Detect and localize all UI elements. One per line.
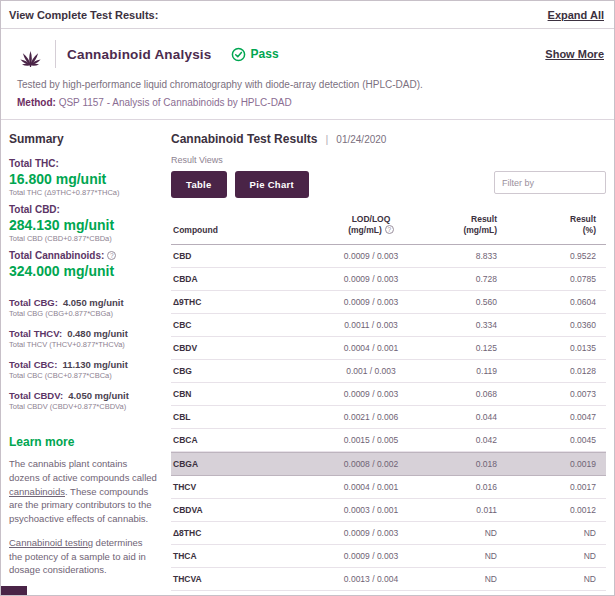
info-icon[interactable]: ? bbox=[385, 225, 394, 234]
cell-compound: CBL bbox=[171, 412, 316, 422]
table-row[interactable]: CBCA 0.0015 / 0.005 0.042 0.0045 bbox=[171, 429, 606, 452]
cell-result-mg: 0.042 bbox=[426, 435, 521, 445]
summary-total: Total THC: ? 16.800 mg/unit Total THC (Δ… bbox=[9, 158, 157, 197]
section-title: Cannabinoid Analysis bbox=[67, 47, 212, 62]
cell-result-pct: 0.0073 bbox=[521, 389, 606, 399]
table-row[interactable]: CBL 0.0021 / 0.006 0.044 0.0047 bbox=[171, 406, 606, 429]
minor-value: 4.050 mg/unit bbox=[63, 297, 124, 308]
cell-result-mg: ND bbox=[426, 528, 521, 538]
top-bar: View Complete Test Results: Expand All bbox=[1, 1, 614, 29]
cell-result-pct: 0.0019 bbox=[521, 459, 606, 469]
column-header-compound: Compound bbox=[171, 225, 316, 236]
test-description: Tested by high-performance liquid chroma… bbox=[1, 68, 614, 90]
table-row[interactable]: THCA 0.0009 / 0.003 ND ND bbox=[171, 545, 606, 568]
status-badge: Pass bbox=[231, 47, 279, 62]
info-icon[interactable]: ? bbox=[107, 251, 116, 260]
summary-minor-total: Total THCV:0.480 mg/unit Total THCV (THC… bbox=[9, 328, 157, 349]
minor-label: Total CBC: bbox=[9, 359, 57, 370]
cell-result-pct: 0.0045 bbox=[521, 435, 606, 445]
cell-result-mg: 0.125 bbox=[426, 343, 521, 353]
cell-result-pct: 0.0135 bbox=[521, 343, 606, 353]
results-panel: Cannabinoid Test Results | 01/24/2020 Re… bbox=[171, 130, 606, 596]
cell-lodloq: 0.0004 / 0.001 bbox=[316, 343, 426, 353]
cell-lodloq: 0.0009 / 0.003 bbox=[316, 297, 426, 307]
pass-check-icon bbox=[231, 47, 246, 62]
cell-result-mg: 0.016 bbox=[426, 482, 521, 492]
cell-result-pct: 0.0785 bbox=[521, 274, 606, 284]
table-row[interactable]: CBDA 0.0009 / 0.003 0.728 0.0785 bbox=[171, 268, 606, 291]
cell-result-pct: 0.0604 bbox=[521, 297, 606, 307]
cell-lodloq: 0.0011 / 0.003 bbox=[316, 320, 426, 330]
cell-compound: CBDA bbox=[171, 274, 316, 284]
table-row[interactable]: THCV 0.0004 / 0.001 0.016 0.0017 bbox=[171, 476, 606, 499]
minor-formula: Total CBC (CBC+0.877*CBCa) bbox=[9, 371, 157, 380]
minor-value: 0.480 mg/unit bbox=[67, 328, 128, 339]
table-row[interactable]: CBGA 0.0008 / 0.002 0.018 0.0019 bbox=[171, 452, 606, 476]
result-views-label: Result Views bbox=[171, 155, 606, 165]
cell-result-mg: 0.119 bbox=[426, 366, 521, 376]
summary-heading: Summary bbox=[9, 132, 157, 146]
summary-minor-total: Total CBG:4.050 mg/unit Total CBG (CBG+0… bbox=[9, 297, 157, 318]
cell-compound: CBN bbox=[171, 389, 316, 399]
view-tab[interactable]: Table bbox=[171, 171, 227, 198]
test-results-page: View Complete Test Results: Expand All C… bbox=[0, 0, 615, 596]
cell-result-mg: ND bbox=[426, 574, 521, 584]
cell-result-mg: 0.011 bbox=[426, 505, 521, 515]
minor-totals: Total CBG:4.050 mg/unit Total CBG (CBG+0… bbox=[9, 297, 157, 411]
cell-result-pct: 0.0128 bbox=[521, 366, 606, 376]
cell-compound: CBDVA bbox=[171, 505, 316, 515]
total-label: Total THC: bbox=[9, 158, 59, 169]
table-row[interactable]: CBDVA 0.0003 / 0.001 0.011 0.0012 bbox=[171, 499, 606, 522]
table-row[interactable]: CBG 0.001 / 0.003 0.119 0.0128 bbox=[171, 360, 606, 383]
total-value: 284.130 mg/unit bbox=[9, 217, 157, 233]
show-more-link[interactable]: Show More bbox=[545, 48, 604, 60]
results-header: Cannabinoid Test Results | 01/24/2020 bbox=[171, 132, 606, 146]
summary-minor-total: Total CBDV:4.050 mg/unit Total CBDV (CBD… bbox=[9, 390, 157, 411]
cell-compound: CBGA bbox=[171, 459, 316, 469]
filter-input[interactable] bbox=[494, 171, 606, 194]
table-row[interactable]: CBDV 0.0004 / 0.001 0.125 0.0135 bbox=[171, 337, 606, 360]
cell-lodloq: 0.0009 / 0.003 bbox=[316, 389, 426, 399]
cell-compound: CBCA bbox=[171, 435, 316, 445]
cell-result-mg: 0.334 bbox=[426, 320, 521, 330]
learn-more-paragraph-2: Cannabinoid testing determines the poten… bbox=[9, 536, 157, 577]
table-row[interactable]: Δ8THC 0.0009 / 0.003 ND ND bbox=[171, 522, 606, 545]
cannabinoids-link[interactable]: cannabinoids bbox=[9, 486, 65, 497]
summary-total: Total CBD: ? 284.130 mg/unit Total CBD (… bbox=[9, 204, 157, 243]
table-row[interactable]: CBN 0.0009 / 0.003 0.068 0.0073 bbox=[171, 383, 606, 406]
cell-result-mg: 8.833 bbox=[426, 251, 521, 261]
scrollbar-thumb[interactable] bbox=[1, 586, 27, 595]
table-header-row: Compound LOD/LOQ (mg/mL)? Result (mg/mL)… bbox=[171, 210, 606, 245]
column-header-lodloq: LOD/LOQ (mg/mL)? bbox=[316, 214, 426, 237]
table-row[interactable]: THCVA 0.0013 / 0.004 ND ND bbox=[171, 568, 606, 591]
table-row[interactable]: Δ9THC 0.0009 / 0.003 0.560 0.0604 bbox=[171, 291, 606, 314]
cell-result-mg: 0.728 bbox=[426, 274, 521, 284]
cell-compound: Δ9THC bbox=[171, 297, 316, 307]
cell-lodloq: 0.0013 / 0.004 bbox=[316, 574, 426, 584]
table-footer-row: SUM OF CANNABINOIDS 10.898 mg/mL 1.1749% bbox=[171, 591, 606, 596]
cell-compound: Δ8THC bbox=[171, 528, 316, 538]
method-value: QSP 1157 - Analysis of Cannabinoids by H… bbox=[59, 97, 292, 108]
table-row[interactable]: CBC 0.0011 / 0.003 0.334 0.0360 bbox=[171, 314, 606, 337]
table-row[interactable]: CBD 0.0009 / 0.003 8.833 0.9522 bbox=[171, 245, 606, 268]
cell-result-pct: 0.9522 bbox=[521, 251, 606, 261]
header-divider bbox=[55, 40, 56, 68]
summary-total: Total Cannabinoids: ? 324.000 mg/unit bbox=[9, 250, 157, 279]
cell-compound: CBG bbox=[171, 366, 316, 376]
cell-lodloq: 0.0009 / 0.003 bbox=[316, 251, 426, 261]
minor-formula: Total THCV (THCV+0.877*THCVa) bbox=[9, 340, 157, 349]
view-tab[interactable]: Pie Chart bbox=[235, 171, 309, 198]
summary-minor-total: Total CBC:11.130 mg/unit Total CBC (CBC+… bbox=[9, 359, 157, 380]
cell-result-mg: 0.560 bbox=[426, 297, 521, 307]
expand-all-link[interactable]: Expand All bbox=[548, 9, 604, 21]
minor-formula: Total CBDV (CBDV+0.877*CBDVa) bbox=[9, 402, 157, 411]
cell-lodloq: 0.0009 / 0.003 bbox=[316, 274, 426, 284]
method-line: Method: QSP 1157 - Analysis of Cannabino… bbox=[1, 90, 614, 119]
cell-result-mg: ND bbox=[426, 551, 521, 561]
cell-compound: THCVA bbox=[171, 574, 316, 584]
cannabinoid-testing-link[interactable]: Cannabinoid testing bbox=[9, 537, 93, 548]
minor-value: 11.130 mg/unit bbox=[62, 359, 127, 370]
column-header-result-pct: Result (%) bbox=[521, 214, 606, 237]
cell-lodloq: 0.001 / 0.003 bbox=[316, 366, 426, 376]
cell-result-pct: 0.0012 bbox=[521, 505, 606, 515]
